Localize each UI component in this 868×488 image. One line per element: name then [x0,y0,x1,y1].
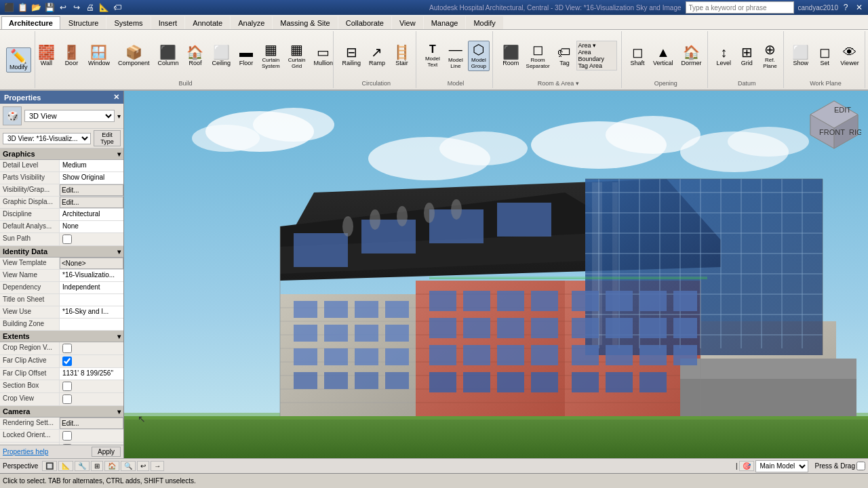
view-type-dropdown[interactable]: 3D View [24,110,115,122]
graphic-display-edit-btn[interactable]: Edit... [60,197,123,208]
camera-section-header[interactable]: Camera ▾ [0,406,123,418]
model-line-btn[interactable]: — ModelLine [445,41,467,71]
view-selector: 3D View: *16-Visualiz... Edit Type [0,129,123,148]
window-btn[interactable]: 🪟 Window [85,43,113,68]
view-btn-2[interactable]: 🔧 [75,461,90,471]
view-btn-4[interactable]: 🏠 [104,461,119,471]
tab-massing[interactable]: Massing & Site [273,16,337,29]
properties-close-btn[interactable]: ✕ [113,93,119,102]
far-clip-active-checkbox[interactable] [62,357,72,366]
locked-orientation-checkbox[interactable] [62,431,72,441]
tab-systems[interactable]: Systems [106,16,150,29]
tab-modify[interactable]: Modify [466,16,502,29]
save-btn[interactable]: 💾 [43,1,56,14]
model-selector-dropdown[interactable]: Main Model [755,460,808,472]
tag-btn[interactable]: 🏷 [111,1,123,14]
new-btn[interactable]: 📋 [16,1,28,14]
shaft-btn[interactable]: ◻ Shaft [627,43,648,68]
graphics-section-header[interactable]: Graphics ▾ [0,148,123,160]
apply-btn[interactable]: Apply [92,447,121,457]
undo-btn[interactable]: ↩ [57,1,69,14]
properties-help-link[interactable]: Properties help [3,448,48,455]
level-btn[interactable]: ↕ Level [713,43,734,68]
component-btn[interactable]: 📦 Component [115,43,153,68]
crop-view-checkbox[interactable] [62,394,72,404]
svg-point-126 [342,216,353,237]
viewport[interactable]: EDIT FRONT RIGHT ↖ [124,91,868,458]
view-template-btn[interactable]: <None> [60,258,123,269]
view-btn-6[interactable]: ↩ [137,461,149,471]
svg-rect-92 [531,318,558,338]
view-btn-7[interactable]: → [151,461,164,471]
view-btn-5[interactable]: 🔍 [121,461,136,471]
ramp-btn[interactable]: ↗ Ramp [366,43,389,68]
curtain-grid-btn[interactable]: ▦ CurtainGrid [285,41,309,71]
svg-rect-102 [606,291,633,311]
perspective-icon-btn[interactable]: 🔲 [42,461,57,471]
print-btn[interactable]: 🖨 [84,1,96,14]
curtain-system-btn[interactable]: ▦ CurtainSystem [258,41,283,71]
wall-btn[interactable]: 🧱 Wall [35,43,58,68]
vertical-btn[interactable]: ▲ Vertical [650,43,677,68]
room-separator-btn[interactable]: ◻ RoomSeparator [524,41,553,71]
redo-btn[interactable]: ↪ [71,1,83,14]
identity-section-header[interactable]: Identity Data ▾ [0,246,123,258]
tag-area-btn[interactable]: Tag Area [578,62,615,69]
edit-type-btn[interactable]: Edit Type [94,130,121,146]
model-selector-btn[interactable]: 🎯 [739,461,754,471]
select-btn[interactable]: ✏️ Modify [6,47,31,73]
tab-annotate[interactable]: Annotate [185,16,230,29]
column-btn[interactable]: ⬛ Column [154,43,182,68]
camera-section-arrow: ▾ [117,408,121,415]
room-btn[interactable]: ⬛ Room [500,43,522,68]
sun-path-checkbox[interactable] [62,235,72,244]
stair-btn[interactable]: 🪜 Stair [390,43,414,68]
set-workplane-btn[interactable]: ◻ Set [814,43,835,68]
section-box-checkbox[interactable] [62,382,72,391]
svg-rect-43 [680,359,856,379]
model-group-btn[interactable]: ⬡ ModelGroup [468,41,490,71]
tab-structure[interactable]: Structure [61,16,106,29]
area-boundary-btn[interactable]: Area Boundary [578,49,615,62]
view-btn-1[interactable]: 📐 [58,461,73,471]
tab-collaborate[interactable]: Collaborate [338,16,391,29]
tab-architecture[interactable]: Architecture [1,16,60,29]
help-btn[interactable]: ? [840,1,852,14]
tab-manage[interactable]: Manage [424,16,466,29]
svg-rect-10 [124,416,868,458]
ribbon-group-room-area: ⬛ Room ◻ RoomSeparator 🏷 Tag Area ▾ Area… [496,31,622,88]
model-text-btn[interactable]: T ModelText [422,42,443,70]
close-btn[interactable]: ✕ [853,1,865,14]
ref-plane-btn[interactable]: ⊕ Ref.Plane [759,41,781,71]
prop-crop-region: Crop Region V... [0,342,123,355]
svg-rect-119 [497,203,551,237]
rendering-settings-btn[interactable]: Edit... [60,418,123,429]
tag-room-btn[interactable]: 🏷 Tag [553,43,575,68]
area-btn[interactable]: Area ▾ [578,42,615,49]
prop-sun-path: Sun Path [0,233,123,246]
ceiling-btn[interactable]: ⬜ Ceiling [208,43,234,68]
search-input[interactable] [686,1,794,14]
dormer-btn[interactable]: 🏠 Dormer [678,43,705,68]
show-workplane-btn[interactable]: ⬜ Show [789,43,812,68]
railing-btn[interactable]: ⊟ Railing [338,43,364,68]
viewer-btn[interactable]: 👁 Viewer [837,43,862,68]
roof-btn[interactable]: 🏠 Roof [183,43,207,68]
grid-btn[interactable]: ⊞ Grid [736,43,757,68]
measure-btn[interactable]: 📐 [98,1,110,14]
view-selector-dropdown[interactable]: 3D View: *16-Visualiz... [3,133,91,144]
view-cube[interactable]: EDIT FRONT RIGHT [807,98,861,152]
app-menu-btn[interactable]: ⬛ [3,1,15,14]
tab-view[interactable]: View [392,16,423,29]
view-btn-3[interactable]: ⊞ [91,461,103,471]
tab-analyze[interactable]: Analyze [231,16,272,29]
visibility-edit-btn[interactable]: Edit... [60,184,123,196]
door-btn[interactable]: 🚪 Door [60,43,83,68]
floor-btn[interactable]: ▬ Floor [235,43,257,68]
mullion-btn[interactable]: ▭ Mullion [310,43,336,68]
open-btn[interactable]: 📂 [30,1,42,14]
tab-insert[interactable]: Insert [151,16,185,29]
crop-region-checkbox[interactable] [62,344,72,353]
press-drag-checkbox[interactable] [856,462,865,470]
extents-section-header[interactable]: Extents ▾ [0,331,123,342]
